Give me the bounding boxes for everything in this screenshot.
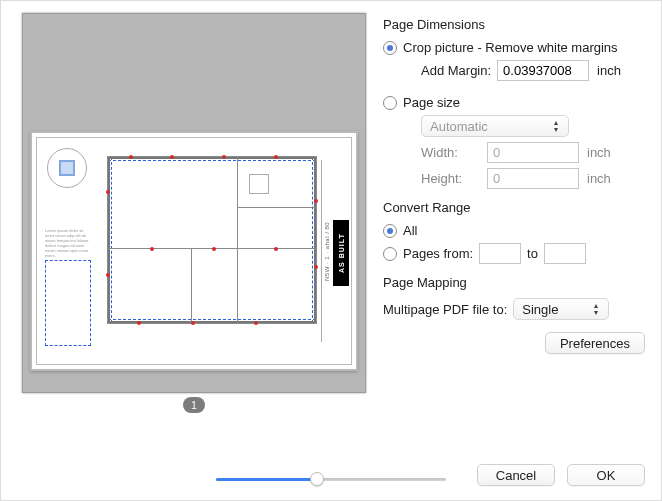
- preview-frame: Lorem ipsum dolor sit amet conse adip el…: [22, 13, 366, 393]
- crop-radio[interactable]: [383, 41, 397, 55]
- height-input[interactable]: [487, 168, 579, 189]
- updown-arrows-icon: [589, 301, 603, 317]
- dialog-root: Lorem ipsum dolor sit amet conse adip el…: [1, 1, 661, 500]
- range-pages-radio[interactable]: [383, 247, 397, 261]
- crop-label: Crop picture - Remove white margins: [403, 40, 618, 55]
- slider-fill: [216, 478, 316, 481]
- height-unit: inch: [587, 171, 611, 186]
- legend-text: Lorem ipsum dolor sit amet conse adip el…: [45, 228, 93, 258]
- floorplan: [107, 156, 317, 324]
- add-margin-label: Add Margin:: [421, 63, 491, 78]
- pages-from-input[interactable]: [479, 243, 521, 264]
- range-all-label: All: [403, 223, 417, 238]
- title-block: N5W · 1 · ahal / 80 AS BUILT: [321, 160, 349, 342]
- page-size-label: Page size: [403, 95, 460, 110]
- multipage-select-value: Single: [522, 302, 558, 317]
- range-pages-row[interactable]: Pages from: to: [383, 243, 645, 264]
- legend-box: [45, 260, 91, 346]
- add-margin-input[interactable]: [497, 60, 589, 81]
- page-number-badge: 1: [183, 397, 205, 413]
- preview-pane: Lorem ipsum dolor sit amet conse adip el…: [1, 1, 379, 500]
- width-unit: inch: [587, 145, 611, 160]
- add-margin-unit: inch: [597, 63, 621, 78]
- sheet-label: N5W · 1 · ahal / 80: [322, 190, 332, 312]
- pages-to-input[interactable]: [544, 243, 586, 264]
- preview-page-inner: Lorem ipsum dolor sit amet conse adip el…: [36, 137, 352, 365]
- width-label: Width:: [421, 145, 481, 160]
- height-label: Height:: [421, 171, 481, 186]
- width-input[interactable]: [487, 142, 579, 163]
- multipage-select[interactable]: Single: [513, 298, 609, 320]
- ok-button[interactable]: OK: [567, 464, 645, 486]
- range-pages-label: Pages from:: [403, 246, 473, 261]
- multipage-label: Multipage PDF file to:: [383, 302, 507, 317]
- updown-arrows-icon: [549, 118, 563, 134]
- settings-pane: Page Dimensions Crop picture - Remove wh…: [379, 1, 661, 500]
- page-size-radio[interactable]: [383, 96, 397, 110]
- pages-to-label: to: [527, 246, 538, 261]
- page-dimensions-title: Page Dimensions: [383, 17, 645, 32]
- page-mapping-title: Page Mapping: [383, 275, 645, 290]
- preview-page: Lorem ipsum dolor sit amet conse adip el…: [30, 131, 358, 371]
- range-all-row[interactable]: All: [383, 223, 645, 238]
- slider-thumb[interactable]: [310, 472, 324, 486]
- page-size-select-value: Automatic: [430, 119, 488, 134]
- preferences-button[interactable]: Preferences: [545, 332, 645, 354]
- convert-range-title: Convert Range: [383, 200, 645, 215]
- zoom-slider[interactable]: [216, 470, 446, 488]
- range-all-radio[interactable]: [383, 224, 397, 238]
- page-size-option-row[interactable]: Page size: [383, 95, 645, 110]
- page-size-select[interactable]: Automatic: [421, 115, 569, 137]
- cancel-button[interactable]: Cancel: [477, 464, 555, 486]
- dialog-buttons: Cancel OK: [477, 464, 645, 486]
- as-built-stamp: AS BUILT: [333, 220, 349, 286]
- crop-option-row[interactable]: Crop picture - Remove white margins: [383, 40, 645, 55]
- north-arrow-block: [59, 160, 75, 176]
